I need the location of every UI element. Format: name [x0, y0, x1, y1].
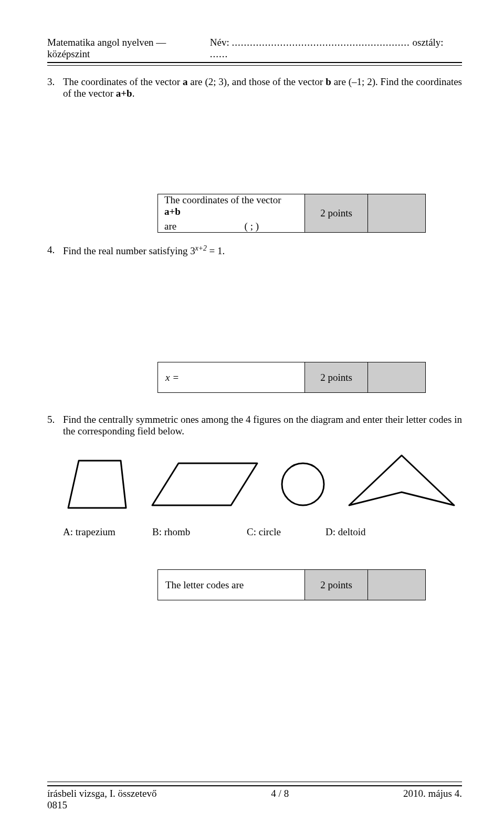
q5-answer-table: The letter codes are 2 points	[158, 569, 426, 600]
q5-points: 2 points	[305, 570, 368, 600]
class-dots: ......	[210, 48, 228, 59]
header-rule-thick	[47, 62, 462, 63]
q5-text: Find the centrally symmetric ones among …	[63, 414, 462, 437]
q5-answer-desc: The letter codes are	[158, 570, 305, 600]
q4-number: 4.	[47, 244, 63, 257]
q4-answer-table: x = 2 points	[158, 362, 426, 393]
name-dots: ........................................…	[232, 37, 410, 48]
q5-score-empty	[368, 570, 426, 600]
q4-points: 2 points	[305, 362, 368, 393]
svg-marker-3	[349, 455, 454, 505]
q3-score-empty	[368, 194, 426, 233]
q3-answer-table: The coordinates of the vector a+b are ( …	[158, 194, 426, 233]
circle-icon	[278, 460, 328, 509]
footer-left: írásbeli vizsga, I. összetevő 0815	[47, 788, 156, 811]
question-4: 4. Find the real number satisfying 3x+2 …	[47, 244, 462, 257]
rhomb-icon	[147, 458, 262, 511]
q3-points: 2 points	[305, 194, 368, 233]
name-label: Név:	[210, 37, 229, 48]
q5-label-b: B: rhomb	[152, 526, 247, 538]
q3-answer-desc: The coordinates of the vector a+b are ( …	[158, 194, 305, 233]
svg-marker-0	[68, 461, 126, 508]
svg-point-2	[282, 463, 324, 505]
q5-figures	[63, 453, 462, 516]
class-label: osztály:	[413, 37, 444, 48]
q5-number: 5.	[47, 414, 63, 437]
trapezium-icon	[63, 455, 131, 513]
q5-label-a: A: trapezium	[63, 526, 152, 538]
page-header: Matematika angol nyelven — középszint Né…	[47, 37, 462, 60]
question-5: 5. Find the centrally symmetric ones amo…	[47, 414, 462, 437]
q4-answer-desc: x =	[158, 362, 305, 393]
q3-number: 3.	[47, 76, 63, 99]
q5-labels: A: trapezium B: rhomb C: circle D: delto…	[63, 526, 462, 538]
footer-right: 2010. május 4.	[403, 788, 462, 799]
footer-center: 4 / 8	[271, 788, 289, 799]
question-3: 3. The coordinates of the vector a are (…	[47, 76, 462, 99]
footer-rule-thin	[47, 782, 462, 782]
q5-label-c: C: circle	[247, 526, 326, 538]
header-rule-thin	[47, 65, 462, 66]
page-footer: írásbeli vizsga, I. összetevő 0815 4 / 8…	[47, 782, 462, 811]
deltoid-icon	[344, 453, 459, 516]
q4-text: Find the real number satisfying 3x+2 = 1…	[63, 244, 462, 257]
footer-rule-thick	[47, 785, 462, 786]
q4-score-empty	[368, 362, 426, 393]
svg-marker-1	[152, 463, 257, 505]
header-subject: Matematika angol nyelven — középszint	[47, 37, 210, 60]
q3-text: The coordinates of the vector a are (2; …	[63, 76, 462, 99]
q5-label-d: D: deltoid	[326, 526, 404, 538]
header-name-class: Név: ...................................…	[210, 37, 462, 60]
